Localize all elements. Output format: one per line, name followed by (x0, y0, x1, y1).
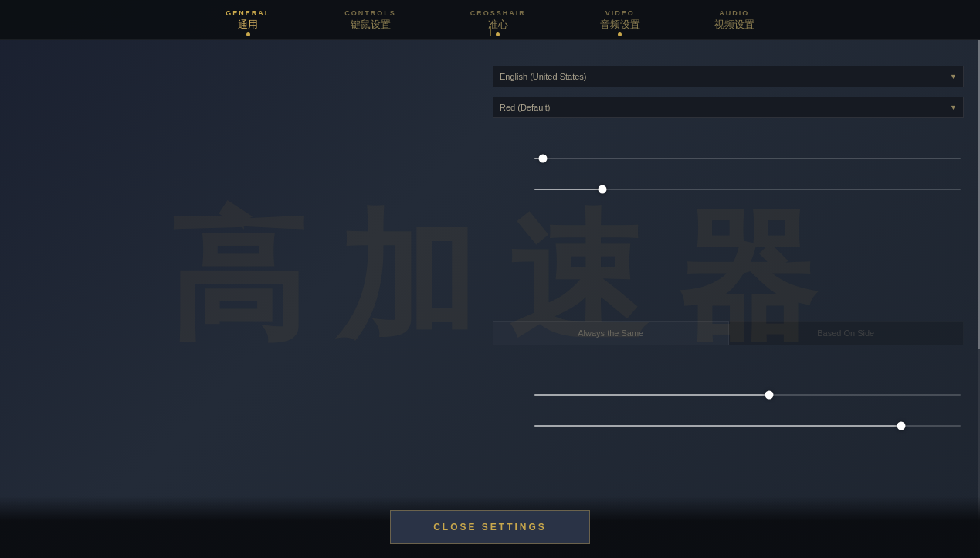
enemy-highlight-dropdown[interactable]: Red (Default) ▼ (493, 97, 964, 118)
tab-audio[interactable]: AUDIO 视频设置 (708, 6, 761, 39)
nav-connector (467, 26, 514, 39)
tab-controls-en: CONTROLS (344, 9, 396, 17)
scoped-sensitivity-track (534, 189, 961, 190)
enemy-highlight-control: Red (Default) ▼ (493, 97, 964, 118)
tab-crosshair-en: CROSSHAIR (470, 9, 526, 17)
text-language-dropdown[interactable]: English (United States) ▼ (493, 66, 964, 87)
tab-general-indicator (246, 32, 250, 36)
minimap-size-fill (534, 394, 769, 396)
close-settings-button[interactable]: CLOSE SETTINGS (390, 510, 590, 544)
minimap-zoom-knob[interactable] (897, 421, 905, 430)
tab-general-en: GENERAL (226, 9, 270, 17)
scoped-sensitivity-fill (534, 189, 602, 190)
scoped-sensitivity-knob[interactable] (599, 185, 607, 193)
text-language-value: English (United States) (500, 72, 950, 81)
enemy-highlight-value: Red (Default) (500, 103, 950, 112)
minimap-zoom-track (534, 425, 961, 427)
tab-general[interactable]: GENERAL 通用 (219, 6, 276, 39)
text-language-arrow: ▼ (950, 73, 957, 80)
text-language-control: English (United States) ▼ (493, 66, 964, 87)
tab-video-en: VIDEO (605, 9, 635, 17)
fixed-orientation-side: Based On Side (729, 321, 965, 345)
tab-audio-en: AUDIO (719, 9, 749, 17)
tab-controls[interactable]: CONTROLS 键鼠设置 (338, 6, 402, 39)
fixed-orientation-toggle: Always the Same Based On Side (493, 321, 964, 345)
sensitivity-aim-track (534, 158, 961, 159)
tab-controls-zh: 键鼠设置 (351, 18, 391, 32)
minimap-zoom-fill (534, 425, 901, 427)
tab-video-zh: 音频设置 (600, 18, 640, 32)
enemy-highlight-arrow: ▼ (950, 104, 957, 111)
tab-general-zh: 通用 (238, 18, 258, 32)
tab-video[interactable]: VIDEO 音频设置 (594, 6, 646, 39)
tab-video-indicator (618, 32, 622, 36)
sensitivity-aim-knob[interactable] (539, 154, 548, 162)
fixed-orientation-control: Always the Same Based On Side (493, 321, 964, 345)
nav-tabs: GENERAL 通用 CONTROLS 键鼠设置 CROSSHAIR 准心 VI… (0, 0, 980, 40)
fixed-orientation-same: Always the Same (493, 321, 729, 345)
bottom-bar: CLOSE SETTINGS (0, 496, 980, 558)
minimap-size-track (534, 394, 961, 396)
tab-audio-zh: 视频设置 (714, 18, 754, 32)
minimap-size-knob[interactable] (765, 390, 773, 399)
